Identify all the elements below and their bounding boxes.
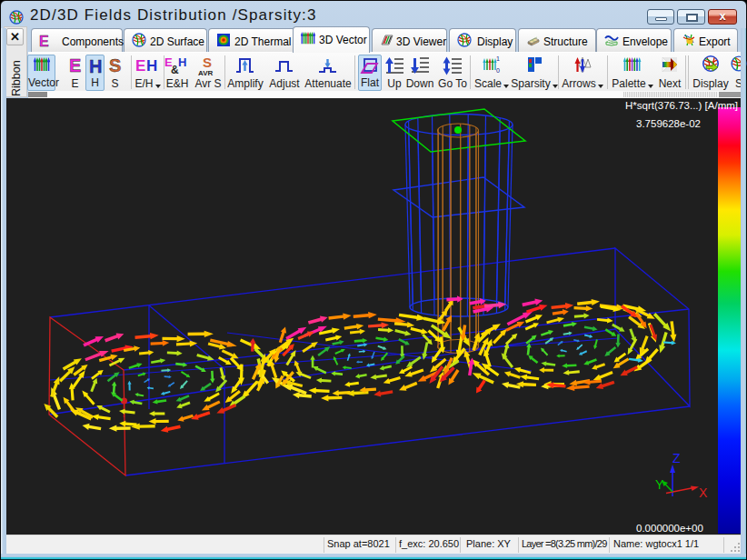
svg-text:H: H <box>89 56 102 76</box>
svg-text:E: E <box>39 34 49 49</box>
svg-text:Y: Y <box>655 477 664 492</box>
svg-text:H*sqrt(376.73...) [A/mm]: H*sqrt(376.73...) [A/mm] <box>625 100 738 111</box>
svg-text:1: 1 <box>496 55 500 62</box>
svg-text:0.000000e+00: 0.000000e+00 <box>636 523 703 534</box>
svg-text:&: & <box>171 64 179 76</box>
svg-text:H: H <box>178 55 186 69</box>
svg-text:E: E <box>135 57 145 75</box>
svg-text:3.759628e-02: 3.759628e-02 <box>636 118 701 129</box>
svg-text:Z: Z <box>672 451 681 465</box>
svg-text:H: H <box>146 57 157 75</box>
svg-text:S: S <box>109 55 121 75</box>
svg-text:S: S <box>203 55 212 70</box>
svg-text:X: X <box>699 485 708 500</box>
svg-text:E: E <box>69 55 81 75</box>
svg-text:AVR: AVR <box>198 69 214 77</box>
svg-text:0: 0 <box>496 67 500 74</box>
